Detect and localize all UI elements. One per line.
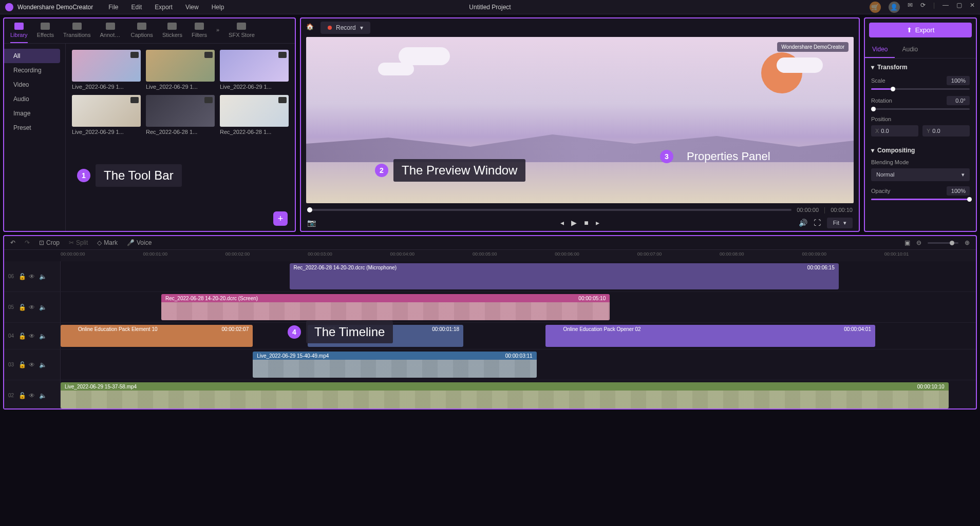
transitions-icon (72, 23, 82, 30)
fullscreen-icon[interactable]: ⛶ (814, 219, 821, 227)
position-x-input[interactable]: X0.0 (871, 125, 918, 137)
prev-frame-button[interactable]: ◂ (560, 219, 564, 227)
zoom-out-button[interactable]: ⊖ (916, 239, 921, 246)
mark-tool[interactable]: ◇Mark (97, 239, 118, 246)
menu-help[interactable]: Help (212, 4, 224, 11)
stickers-icon (167, 23, 177, 30)
blend-mode-select[interactable]: Normal▾ (871, 168, 970, 181)
media-item[interactable]: Rec_2022-06-28 1... (146, 95, 215, 135)
notification-icon[interactable]: ✉ (908, 2, 913, 13)
camera-icon (204, 52, 213, 58)
media-item[interactable]: Live_2022-06-29 1... (72, 95, 141, 135)
eye-icon[interactable]: 👁 (29, 392, 36, 399)
tab-sfx-store[interactable]: SFX Store (229, 23, 255, 43)
sidebar-item-audio[interactable]: Audio (4, 92, 65, 106)
tab-effects[interactable]: Effects (37, 23, 54, 43)
lock-icon[interactable]: 🔓 (18, 361, 26, 368)
menu-view[interactable]: View (185, 4, 199, 11)
record-button[interactable]: Record ▾ (321, 22, 370, 34)
undo-button[interactable]: ↶ (10, 239, 15, 246)
callout-toolbar: 1The Tool Bar (77, 164, 182, 187)
home-icon[interactable]: 🏠 (306, 23, 315, 32)
tab-annotations[interactable]: Annotations (100, 23, 121, 43)
sidebar-item-video[interactable]: Video (4, 77, 65, 92)
sidebar-item-image[interactable]: Image (4, 106, 65, 121)
prop-tab-video[interactable]: Video (865, 42, 895, 58)
scrub-bar[interactable] (307, 209, 791, 211)
volume-icon[interactable]: 🔊 (799, 219, 807, 227)
next-frame-button[interactable]: ▸ (596, 219, 599, 227)
tab-transitions[interactable]: Transitions (63, 23, 90, 43)
minimize-button[interactable]: — (943, 2, 949, 13)
fit-select[interactable]: Fit▾ (827, 218, 853, 228)
media-item[interactable]: Live_2022-06-29 1... (220, 50, 289, 90)
stop-button[interactable]: ■ (584, 219, 588, 227)
media-item[interactable]: Live_2022-06-29 1... (72, 50, 141, 90)
user-icon[interactable]: 👤 (889, 2, 900, 13)
crop-tool[interactable]: ⊡Crop (39, 239, 60, 246)
project-title: Untitled Project (469, 4, 511, 11)
tab-stickers[interactable]: Stickers (162, 23, 182, 43)
mute-icon[interactable]: 🔈 (39, 392, 46, 399)
export-icon: ⬆ (907, 26, 912, 34)
clip-audio[interactable]: Rec_2022-06-28 14-20-20.dcrc (Microphone… (290, 263, 839, 289)
opacity-slider[interactable] (871, 199, 970, 200)
add-media-button[interactable]: + (273, 211, 288, 226)
eye-icon[interactable]: 👁 (29, 273, 36, 280)
sidebar-item-all[interactable]: All (4, 49, 60, 63)
tab-more[interactable]: » (216, 23, 219, 43)
eye-icon[interactable]: 👁 (29, 304, 36, 311)
clip-opener[interactable]: Online Education Pack Opener 0200:00:04:… (545, 325, 875, 347)
mute-icon[interactable]: 🔈 (39, 304, 46, 311)
menu-export[interactable]: Export (155, 4, 173, 11)
sidebar-item-recording[interactable]: Recording (4, 63, 65, 77)
tab-library[interactable]: Library (10, 23, 28, 43)
eye-icon[interactable]: 👁 (29, 361, 36, 368)
mute-icon[interactable]: 🔈 (39, 333, 46, 340)
menu-edit[interactable]: Edit (131, 4, 142, 11)
voice-tool[interactable]: 🎤Voice (127, 239, 152, 246)
zoom-slider[interactable] (928, 242, 958, 244)
clip-screen[interactable]: Rec_2022-06-28 14-20-20.dcrc (Screen)00:… (161, 294, 610, 320)
tab-filters[interactable]: Filters (192, 23, 207, 43)
window-controls: 🛒 👤 ✉ ⟳ | — ▢ ✕ (870, 2, 975, 13)
tab-captions[interactable]: Captions (130, 23, 153, 43)
split-tool[interactable]: ✂Split (69, 239, 88, 246)
lock-icon[interactable]: 🔓 (18, 333, 26, 340)
close-button[interactable]: ✕ (970, 2, 975, 13)
clip-element[interactable]: Online Education Pack Element 1000:00:02… (61, 325, 253, 347)
scale-value[interactable]: 100% (947, 76, 970, 85)
opacity-value[interactable]: 100% (947, 186, 970, 196)
compositing-header[interactable]: ▾Compositing (871, 147, 970, 154)
media-item[interactable]: Live_2022-06-29 1... (146, 50, 215, 90)
rotation-slider[interactable] (871, 108, 970, 110)
library-icon (14, 23, 24, 30)
menu-file[interactable]: File (108, 4, 118, 11)
scale-slider[interactable] (871, 88, 970, 90)
chevron-down-icon: ▾ (843, 220, 846, 226)
snapshot-icon[interactable]: 📷 (307, 219, 316, 227)
zoom-in-button[interactable]: ⊕ (965, 239, 970, 246)
prop-tab-audio[interactable]: Audio (895, 42, 925, 58)
transform-header[interactable]: ▾Transform (871, 64, 970, 71)
cart-icon[interactable]: 🛒 (870, 2, 881, 13)
lock-icon[interactable]: 🔓 (18, 273, 26, 280)
rotation-value[interactable]: 0.0° (947, 96, 970, 105)
position-y-input[interactable]: Y0.0 (922, 125, 970, 137)
mute-icon[interactable]: 🔈 (39, 361, 46, 368)
play-button[interactable]: ▶ (571, 219, 577, 227)
redo-button[interactable]: ↷ (25, 239, 30, 246)
mute-icon[interactable]: 🔈 (39, 273, 46, 280)
clip-base-video[interactable]: Live_2022-06-29 15-37-58.mp400:00:10:10 (61, 382, 949, 408)
lock-icon[interactable]: 🔓 (18, 392, 26, 399)
eye-icon[interactable]: 👁 (29, 333, 36, 340)
sidebar-item-preset[interactable]: Preset (4, 121, 65, 135)
timeline-ruler[interactable]: 00:00:00:00 00:00:01:00 00:00:02:00 00:0… (61, 250, 976, 261)
export-button[interactable]: ⬆Export (869, 23, 972, 37)
lock-icon[interactable]: 🔓 (18, 304, 26, 311)
maximize-button[interactable]: ▢ (956, 2, 962, 13)
media-item[interactable]: Rec_2022-06-28 1... (220, 95, 289, 135)
fit-timeline-icon[interactable]: ▣ (904, 239, 910, 246)
sync-icon[interactable]: ⟳ (920, 2, 926, 13)
clip-video[interactable]: Live_2022-06-29 15-40-49.mp400:00:03:11 (253, 352, 536, 378)
